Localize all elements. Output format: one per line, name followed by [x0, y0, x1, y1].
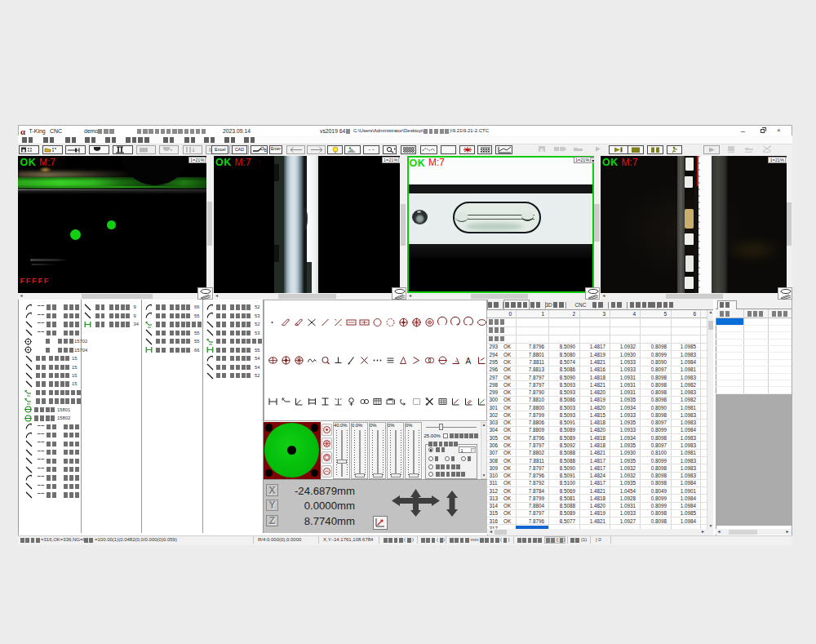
svg-text:A: A: [465, 357, 471, 366]
svg-text:B: B: [264, 148, 267, 153]
